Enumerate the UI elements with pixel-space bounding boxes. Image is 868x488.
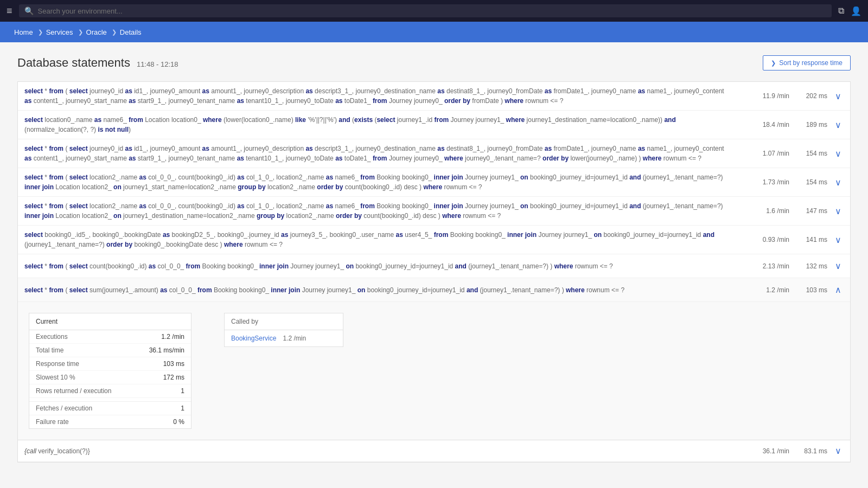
detail-label: Total time (36, 346, 141, 354)
statement-rate: 1.73 /min (741, 178, 789, 186)
detail-table: Current Executions 1.2 /min Total time 3… (29, 313, 192, 429)
called-by-panel: Called by BookingService 1.2 /min (224, 313, 343, 347)
expand-button[interactable]: ∨ (833, 261, 844, 271)
called-by-row: BookingService 1.2 /min (225, 330, 343, 346)
statement-time: 132 ms (789, 262, 827, 270)
expand-button[interactable]: ∧ (833, 285, 844, 295)
detail-value: 1 (141, 387, 184, 395)
statement-time: 103 ms (789, 286, 827, 294)
page-title-area: Database statements 11:48 - 12:18 (17, 56, 178, 70)
search-icon: 🔍 (24, 7, 34, 15)
detail-value: 1.2 /min (141, 333, 184, 341)
sort-icon: ❯ (771, 60, 776, 67)
menu-icon[interactable]: ≡ (7, 5, 12, 17)
statement-rate: 18.4 /min (741, 121, 789, 129)
table-row: select * from ( select journey0_id as id… (18, 82, 850, 111)
statement-rate: 0.93 /min (741, 236, 789, 243)
statement-time: 83.1 ms (789, 447, 827, 455)
expand-button[interactable]: ∨ (833, 235, 844, 245)
page-header: Database statements 11:48 - 12:18 ❯ Sort… (17, 55, 851, 70)
detail-value: 36.1 ms/min (141, 346, 184, 354)
called-by-link[interactable]: BookingService (231, 335, 276, 342)
statement-time: 202 ms (789, 92, 827, 100)
detail-row-executions: Executions 1.2 /min (29, 330, 191, 344)
statement-sql: select * from ( select count(booking0_.i… (24, 261, 741, 271)
detail-row-fetches: Fetches / execution 1 (29, 401, 191, 415)
expanded-panel: Current Executions 1.2 /min Total time 3… (18, 302, 850, 440)
expand-button[interactable]: ∨ (833, 206, 844, 216)
breadcrumb-details[interactable]: Details (114, 22, 149, 42)
detail-value: 0 % (141, 418, 184, 426)
called-by-header: Called by (225, 313, 343, 330)
statement-sql: select * from ( select journey0_id as id… (24, 144, 741, 163)
call-row: {call verify_location(?)} 36.1 /min 83.1… (18, 440, 850, 462)
statements-list: select * from ( select journey0_id as id… (17, 81, 851, 463)
detail-value: 172 ms (141, 374, 184, 381)
detail-label: Fetches / execution (36, 404, 141, 412)
statement-rate: 1.07 /min (741, 150, 789, 157)
expand-button[interactable]: ∨ (833, 177, 844, 188)
expand-button[interactable]: ∨ (833, 149, 844, 159)
topbar-icons: ⧉ 👤 (838, 6, 861, 16)
detail-label: Slowest 10 % (36, 374, 141, 381)
detail-table-header: Current (29, 313, 191, 330)
detail-value: 103 ms (141, 360, 184, 368)
detail-label: Rows returned / execution (36, 387, 141, 395)
table-row: select location0_.name as name6_ from Lo… (18, 111, 850, 139)
user-icon[interactable]: 👤 (851, 6, 861, 16)
expand-button[interactable]: ∨ (833, 120, 844, 130)
detail-row-responsetime: Response time 103 ms (29, 357, 191, 371)
expand-button[interactable]: ∨ (833, 91, 844, 101)
detail-value: 1 (141, 404, 184, 412)
table-row: select * from ( select sum(journey1_.amo… (18, 278, 850, 302)
called-by-rate: 1.2 /min (283, 335, 306, 342)
statement-time: 147 ms (789, 207, 827, 215)
statement-sql: select booking0_.id5_, booking0_.booking… (24, 230, 741, 249)
page-timerange: 11:48 - 12:18 (137, 60, 178, 68)
expand-button[interactable]: ∨ (833, 446, 844, 456)
breadcrumb-services[interactable]: Services (41, 22, 81, 42)
search-input[interactable] (38, 7, 826, 15)
breadcrumb-home[interactable]: Home (9, 22, 41, 42)
detail-row-rowsreturned: Rows returned / execution 1 (29, 384, 191, 398)
topbar: ≡ 🔍 ⧉ 👤 (0, 0, 868, 22)
statement-sql: select * from ( select location2_.name a… (24, 201, 741, 221)
detail-row-totaltime: Total time 36.1 ms/min (29, 344, 191, 357)
search-bar: 🔍 (19, 4, 832, 17)
statement-time: 189 ms (789, 121, 827, 129)
detail-row-failurerate: Failure rate 0 % (29, 415, 191, 428)
statement-rate: 1.6 /min (741, 207, 789, 215)
statement-time: 154 ms (789, 178, 827, 186)
breadcrumb-oracle[interactable]: Oracle (81, 22, 114, 42)
statement-sql: select * from ( select location2_.name a… (24, 172, 741, 192)
main-content: Database statements 11:48 - 12:18 ❯ Sort… (0, 42, 868, 488)
sort-button[interactable]: ❯ Sort by response time (763, 55, 851, 70)
table-row: select * from ( select location2_.name a… (18, 197, 850, 226)
page-title: Database statements (17, 56, 130, 70)
detail-label: Response time (36, 360, 141, 368)
table-row: select * from ( select count(booking0_.i… (18, 254, 850, 278)
windows-icon[interactable]: ⧉ (838, 6, 844, 16)
table-row: select * from ( select location2_.name a… (18, 168, 850, 197)
sort-label: Sort by response time (779, 59, 843, 67)
statement-time: 141 ms (789, 236, 827, 243)
statement-sql: select * from ( select journey0_id as id… (24, 86, 741, 106)
detail-row-slowest: Slowest 10 % 172 ms (29, 371, 191, 384)
table-row: select * from ( select journey0_id as id… (18, 139, 850, 168)
breadcrumb-bar: Home Services Oracle Details (0, 22, 868, 42)
statement-time: 154 ms (789, 150, 827, 157)
table-row: select booking0_.id5_, booking0_.booking… (18, 226, 850, 254)
call-sql: {call verify_location(?)} (24, 447, 741, 455)
statement-rate: 2.13 /min (741, 262, 789, 270)
statement-rate: 36.1 /min (741, 447, 789, 455)
statement-sql: select location0_.name as name6_ from Lo… (24, 115, 741, 134)
detail-label: Executions (36, 333, 141, 341)
detail-label: Failure rate (36, 418, 141, 426)
statement-sql: select * from ( select sum(journey1_.amo… (24, 285, 741, 295)
statement-rate: 1.2 /min (741, 286, 789, 294)
statement-rate: 11.9 /min (741, 92, 789, 100)
